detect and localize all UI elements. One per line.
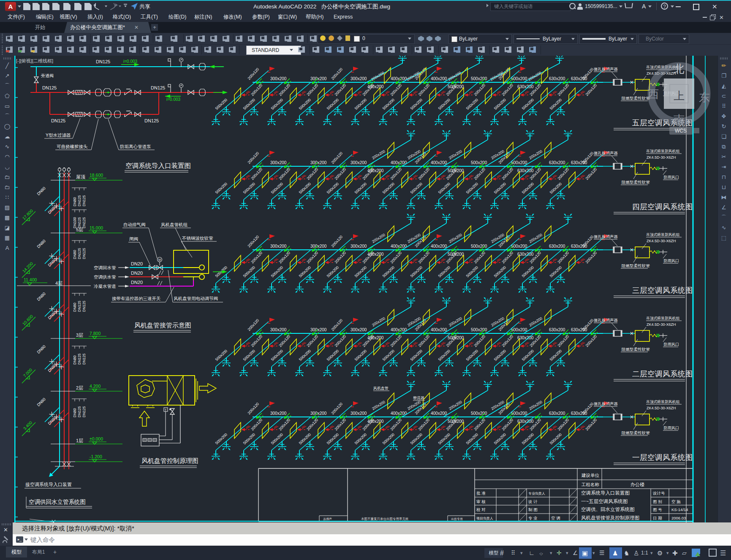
svg-text:500x200: 500x200 bbox=[215, 97, 228, 111]
svg-text:200x120: 200x120 bbox=[247, 67, 260, 81]
svg-text:200x200: 200x200 bbox=[448, 400, 463, 411]
svg-text:400x200: 400x200 bbox=[431, 160, 447, 165]
svg-text:办公楼: 办公楼 bbox=[630, 482, 644, 487]
svg-text:200x200: 200x200 bbox=[527, 70, 542, 81]
svg-text:专业负责人: 专业负责人 bbox=[528, 492, 545, 495]
svg-text:200x120: 200x120 bbox=[247, 318, 260, 332]
svg-text:3.400: 3.400 bbox=[22, 420, 33, 431]
svg-text:DN80: DN80 bbox=[36, 397, 46, 407]
svg-text:300x200: 300x200 bbox=[310, 327, 327, 332]
svg-text:风机盘管接管及控制原理图: 风机盘管接管及控制原理图 bbox=[581, 515, 639, 520]
svg-text:500x200: 500x200 bbox=[465, 349, 479, 362]
svg-text:500x200: 500x200 bbox=[354, 265, 367, 278]
svg-text:300x200: 300x200 bbox=[310, 411, 327, 416]
svg-text:300x200: 300x200 bbox=[270, 411, 287, 416]
svg-text:吊顶式暗装新风机组: 吊顶式暗装新风机组 bbox=[646, 233, 679, 237]
svg-text:400x200: 400x200 bbox=[391, 160, 407, 165]
svg-text:500x200: 500x200 bbox=[270, 97, 284, 111]
svg-text:500x200: 500x200 bbox=[511, 244, 527, 249]
svg-text:本图不重复只单位出图专用章无效: 本图不重复只单位出图专用章无效 bbox=[361, 517, 409, 521]
svg-text:15.000: 15.000 bbox=[90, 225, 103, 230]
svg-text:500x200: 500x200 bbox=[493, 265, 507, 278]
svg-text:设 计: 设 计 bbox=[528, 499, 538, 504]
svg-text:500x200: 500x200 bbox=[521, 97, 535, 111]
svg-text:500x200: 500x200 bbox=[410, 349, 423, 362]
svg-text:-1.200: -1.200 bbox=[90, 454, 102, 459]
svg-text:200x120: 200x120 bbox=[247, 235, 260, 248]
svg-text:400x200: 400x200 bbox=[431, 411, 447, 416]
svg-text:500x200: 500x200 bbox=[493, 97, 507, 111]
svg-text:DN125: DN125 bbox=[42, 85, 57, 90]
svg-text:500x200: 500x200 bbox=[410, 432, 423, 445]
svg-text:[-][俯视][二维线框]: [-][俯视][二维线框] bbox=[16, 58, 53, 63]
svg-text:DN20: DN20 bbox=[131, 271, 143, 276]
svg-text:防雨风口: 防雨风口 bbox=[664, 342, 679, 346]
svg-text:微孔板消声器: 微孔板消声器 bbox=[594, 234, 618, 239]
svg-text:防雨风口: 防雨风口 bbox=[664, 175, 679, 179]
svg-text:图 号: 图 号 bbox=[653, 507, 662, 512]
svg-text:500x200: 500x200 bbox=[521, 349, 535, 362]
svg-text:630x200: 630x200 bbox=[517, 335, 534, 340]
svg-text:500x200: 500x200 bbox=[549, 349, 563, 362]
svg-text:500x200: 500x200 bbox=[215, 181, 228, 195]
svg-text:500x200: 500x200 bbox=[438, 97, 451, 111]
svg-text:WCS: WCS bbox=[675, 128, 687, 134]
svg-text:1层: 1层 bbox=[76, 438, 83, 443]
svg-text:200x120: 200x120 bbox=[581, 151, 594, 165]
svg-text:500x200: 500x200 bbox=[382, 265, 395, 278]
svg-text:连拂声: 连拂声 bbox=[323, 517, 332, 521]
svg-text:500x200: 500x200 bbox=[298, 432, 312, 445]
svg-text:200x200: 200x200 bbox=[447, 70, 462, 81]
svg-text:200x200: 200x200 bbox=[528, 233, 543, 243]
svg-text:500x200: 500x200 bbox=[215, 432, 228, 445]
svg-text:阻燃型柔性软管: 阻燃型柔性软管 bbox=[622, 180, 650, 184]
svg-text:南: 南 bbox=[674, 113, 685, 126]
svg-text:200x120: 200x120 bbox=[581, 318, 594, 332]
svg-text:200x200: 200x200 bbox=[528, 149, 543, 160]
svg-text:400x200: 400x200 bbox=[431, 327, 447, 332]
svg-text:300x200: 300x200 bbox=[270, 76, 287, 81]
svg-text:500x200: 500x200 bbox=[382, 181, 395, 195]
svg-text:接空调系统导入口装置: 接空调系统导入口装置 bbox=[25, 482, 72, 487]
svg-text:DN80: DN80 bbox=[73, 355, 77, 365]
svg-text:DN100: DN100 bbox=[73, 217, 77, 228]
svg-text:500x200: 500x200 bbox=[242, 181, 256, 195]
svg-text:500x200: 500x200 bbox=[215, 349, 228, 362]
svg-text:闸阀: 闸阀 bbox=[129, 236, 138, 241]
svg-text:400x200: 400x200 bbox=[391, 244, 407, 249]
svg-text:DN80: DN80 bbox=[36, 238, 46, 249]
svg-text:DN125: DN125 bbox=[144, 118, 159, 123]
svg-text:吊顶式暗装新风机组: 吊顶式暗装新风机组 bbox=[646, 316, 679, 320]
svg-text:i=0.003: i=0.003 bbox=[166, 97, 181, 102]
svg-text:二层空调风系统图: 二层空调风系统图 bbox=[632, 370, 693, 378]
svg-text:阻燃型柔性软管: 阻燃型柔性软管 bbox=[622, 430, 650, 435]
svg-text:一~五层空调风系统图: 一~五层空调风系统图 bbox=[581, 499, 628, 504]
svg-text:建设单位: 建设单位 bbox=[581, 473, 600, 478]
svg-text:吊顶式暗装新风机组: 吊顶式暗装新风机组 bbox=[646, 149, 679, 153]
svg-text:4.200: 4.200 bbox=[90, 384, 101, 389]
svg-text:整流器: 整流器 bbox=[413, 396, 424, 400]
svg-text:一层空调风系统图: 一层空调风系统图 bbox=[632, 453, 693, 462]
svg-text:吊顶式暗装新风机组: 吊顶式暗装新风机组 bbox=[646, 400, 679, 404]
svg-text:200x120: 200x120 bbox=[330, 67, 343, 81]
svg-text:空调系统导入口装置图: 空调系统导入口装置图 bbox=[125, 162, 191, 169]
svg-text:不锈钢波纹软管: 不锈钢波纹软管 bbox=[182, 235, 213, 241]
svg-text:防雨风口: 防雨风口 bbox=[664, 259, 679, 263]
svg-text:DN125: DN125 bbox=[82, 406, 86, 417]
svg-text:2层: 2层 bbox=[76, 385, 83, 390]
svg-text:风机盘管: 风机盘管 bbox=[373, 386, 389, 390]
svg-text:Y型水过滤器: Y型水过滤器 bbox=[46, 133, 71, 138]
svg-text:500x200: 500x200 bbox=[354, 97, 367, 111]
svg-text:DN80: DN80 bbox=[36, 186, 46, 196]
svg-text:200x200: 200x200 bbox=[448, 233, 463, 243]
svg-text:630x200: 630x200 bbox=[549, 160, 565, 165]
svg-text:DN80: DN80 bbox=[73, 408, 77, 417]
svg-text:DN125: DN125 bbox=[77, 217, 82, 228]
svg-text:500x200: 500x200 bbox=[270, 349, 284, 362]
svg-text:630x200: 630x200 bbox=[549, 76, 565, 81]
svg-text:±0.000: ±0.000 bbox=[90, 436, 103, 441]
svg-text:500x200: 500x200 bbox=[270, 181, 284, 195]
svg-text:屋顶: 屋顶 bbox=[76, 174, 85, 179]
svg-text:500x200: 500x200 bbox=[326, 349, 340, 362]
svg-text:200x200: 200x200 bbox=[528, 400, 543, 411]
